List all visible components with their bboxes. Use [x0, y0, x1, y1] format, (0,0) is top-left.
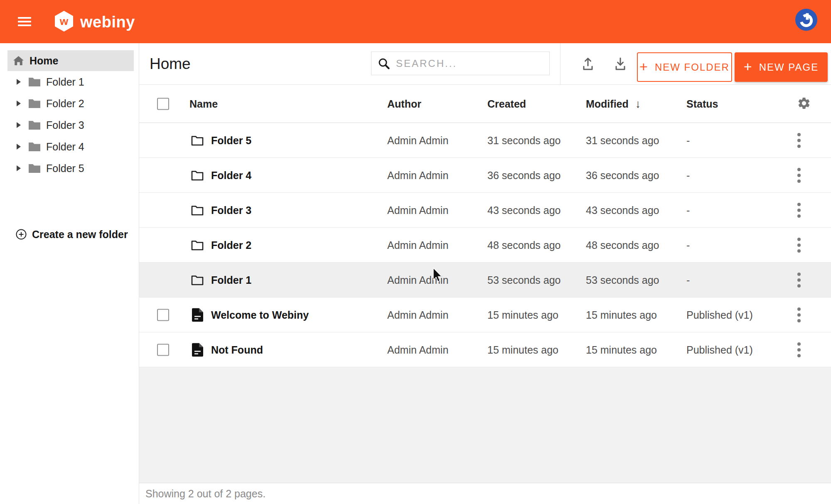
download-icon: [612, 56, 629, 72]
status-value: -: [686, 169, 690, 181]
chevron-right-icon[interactable]: [17, 122, 21, 128]
page-icon: [192, 343, 203, 356]
table-header: Name Author Created Modified↓ Status: [139, 85, 831, 123]
chevron-right-icon[interactable]: [17, 165, 21, 171]
top-bar: w webiny: [0, 0, 831, 43]
select-all-checkbox[interactable]: [157, 98, 169, 110]
plus-circle-icon: [16, 229, 27, 240]
upload-icon: [580, 56, 596, 72]
status-value: -: [686, 134, 690, 146]
kebab-icon: [797, 133, 801, 136]
folder-icon: [28, 77, 41, 87]
kebab-icon: [797, 203, 801, 206]
column-header-author: Author: [387, 98, 421, 110]
folder-outline-icon: [191, 170, 204, 181]
sidebar-item-folder-4[interactable]: Folder 4: [0, 136, 139, 157]
export-pages-button[interactable]: [611, 55, 629, 73]
kebab-icon: [797, 273, 801, 276]
column-header-modified[interactable]: Modified↓: [586, 97, 641, 110]
column-header-status: Status: [686, 98, 718, 110]
folder-outline-icon: [191, 275, 204, 285]
toolbar: Home: [139, 43, 831, 85]
row-actions-menu-button[interactable]: [794, 199, 804, 221]
new-page-label: NEW PAGE: [759, 61, 819, 73]
table-row-folder-2[interactable]: Folder 2 Admin Admin 48 seconds ago 48 s…: [139, 228, 831, 263]
kebab-icon: [797, 307, 801, 311]
table-row-folder-5[interactable]: Folder 5 Admin Admin 31 seconds ago 31 s…: [139, 123, 831, 158]
kebab-icon: [797, 168, 801, 171]
folder-icon: [28, 98, 41, 108]
plus-icon: +: [744, 59, 753, 74]
row-checkbox[interactable]: [157, 344, 169, 356]
search-box: [371, 52, 550, 75]
sidebar-item-home[interactable]: Home: [7, 50, 134, 71]
folder-outline-icon: [191, 135, 204, 146]
status-value: -: [686, 239, 690, 251]
table-row-folder-1[interactable]: Folder 1 Admin Admin 53 seconds ago 53 s…: [139, 263, 831, 297]
row-actions-menu-button[interactable]: [794, 339, 804, 361]
sidebar-folder-label: Folder 4: [46, 141, 84, 153]
page-title: Home: [150, 43, 191, 85]
table-row-folder-3[interactable]: Folder 3 Admin Admin 43 seconds ago 43 s…: [139, 193, 831, 228]
chevron-right-icon[interactable]: [17, 101, 21, 106]
folder-icon: [28, 163, 41, 173]
folder-tree-sidebar: Home Folder 1 Folder 2 Folder 3 Folder 4…: [0, 43, 139, 504]
status-value: Published (v1): [686, 344, 753, 356]
webiny-page-manager: w webiny Home Folder 1: [0, 0, 831, 504]
folder-icon: [28, 120, 41, 130]
sidebar-folder-label: Folder 3: [46, 119, 84, 131]
kebab-icon: [797, 342, 801, 346]
toolbar-divider: [560, 43, 561, 85]
sidebar-home-label: Home: [30, 55, 58, 67]
webiny-hexagon-icon: w: [55, 11, 73, 33]
new-folder-label: NEW FOLDER: [655, 61, 730, 73]
chevron-right-icon[interactable]: [17, 79, 21, 85]
folder-outline-icon: [191, 205, 204, 216]
column-header-name: Name: [189, 98, 218, 110]
row-actions-menu-button[interactable]: [794, 130, 804, 151]
table-row-not-found[interactable]: Not Found Admin Admin 15 minutes ago 15 …: [139, 332, 831, 367]
empty-area: [139, 367, 831, 483]
row-actions-menu-button[interactable]: [794, 165, 804, 186]
sidebar-item-folder-1[interactable]: Folder 1: [0, 71, 139, 93]
brand-text: webiny: [80, 11, 135, 33]
import-pages-button[interactable]: [579, 55, 597, 73]
plus-icon: +: [639, 59, 649, 74]
table-row-folder-4[interactable]: Folder 4 Admin Admin 36 seconds ago 36 s…: [139, 158, 831, 193]
table-footer: Showing 2 out of 2 pages.: [139, 483, 831, 504]
kebab-icon: [797, 238, 801, 241]
sidebar-item-folder-2[interactable]: Folder 2: [0, 93, 139, 114]
pagination-summary: Showing 2 out of 2 pages.: [145, 488, 266, 500]
row-actions-menu-button[interactable]: [794, 234, 804, 256]
table-body: Folder 5 Admin Admin 31 seconds ago 31 s…: [139, 123, 831, 367]
hamburger-menu-button[interactable]: [18, 17, 31, 26]
user-avatar[interactable]: [795, 8, 818, 31]
main-content: Home: [139, 43, 831, 504]
chevron-right-icon[interactable]: [17, 144, 21, 150]
new-page-button[interactable]: + NEW PAGE: [735, 52, 828, 82]
search-icon: [378, 58, 390, 69]
gravatar-icon: [795, 8, 818, 31]
sidebar-folder-label: Folder 2: [46, 98, 84, 110]
search-input[interactable]: [396, 58, 543, 69]
status-value: -: [686, 274, 690, 286]
row-actions-menu-button[interactable]: [794, 269, 804, 291]
status-value: Published (v1): [686, 309, 753, 321]
table-row-welcome-to-webiny[interactable]: Welcome to Webiny Admin Admin 15 minutes…: [139, 297, 831, 332]
column-header-created: Created: [487, 98, 526, 110]
row-checkbox[interactable]: [157, 309, 169, 321]
hamburger-icon: [18, 17, 31, 19]
webiny-logo: w webiny: [55, 11, 135, 33]
row-actions-menu-button[interactable]: [794, 304, 804, 326]
sidebar-item-folder-5[interactable]: Folder 5: [0, 157, 139, 179]
sort-descending-icon: ↓: [635, 97, 641, 110]
svg-text:w: w: [59, 15, 69, 27]
folder-icon: [28, 142, 41, 152]
gear-icon: [797, 96, 811, 110]
create-new-folder-button[interactable]: Create a new folder: [16, 224, 128, 244]
status-value: -: [686, 204, 690, 216]
table-settings-button[interactable]: [797, 96, 811, 111]
sidebar-item-folder-3[interactable]: Folder 3: [0, 114, 139, 136]
new-folder-button[interactable]: + NEW FOLDER: [637, 52, 732, 82]
folder-outline-icon: [191, 240, 204, 251]
